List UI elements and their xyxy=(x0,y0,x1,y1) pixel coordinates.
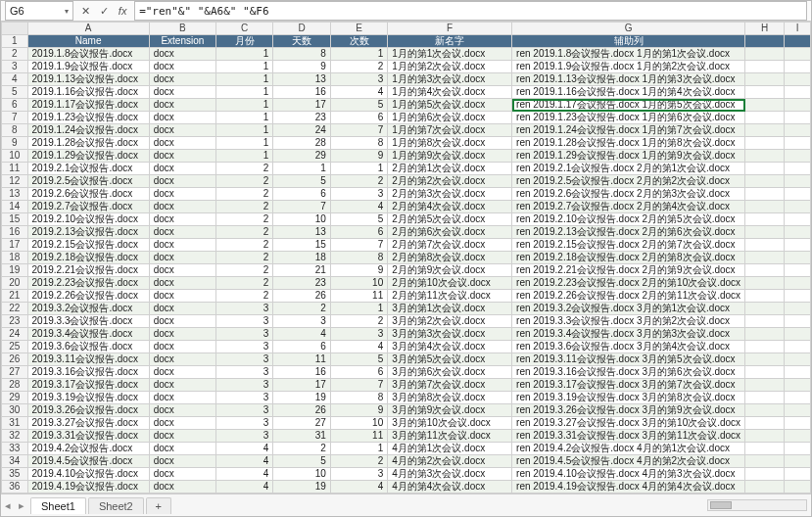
cell[interactable]: 7 xyxy=(330,124,387,137)
cell[interactable]: 2019.3.2会议报告.docx xyxy=(27,303,149,315)
cell[interactable]: docx xyxy=(149,455,215,468)
cell[interactable]: docx xyxy=(149,443,215,455)
cell[interactable]: 2 xyxy=(216,239,273,252)
cell[interactable]: 18 xyxy=(273,252,330,264)
cell[interactable] xyxy=(785,315,811,328)
row-header[interactable]: 1 xyxy=(2,35,28,48)
cell[interactable] xyxy=(745,188,785,201)
row-header[interactable]: 21 xyxy=(2,290,28,303)
cell[interactable]: 2月的第9次会议.docx xyxy=(388,264,512,277)
cell[interactable]: 28 xyxy=(273,137,330,150)
cell[interactable]: 4月的第3次会议.docx xyxy=(388,468,512,481)
cell[interactable] xyxy=(785,341,811,353)
select-all-corner[interactable] xyxy=(2,23,28,35)
cell[interactable]: 3 xyxy=(216,353,273,366)
cell[interactable]: ren 2019.3.19会议报告.docx 3月的第8次会议.docx xyxy=(512,392,745,404)
cell[interactable]: ren 2019.2.23会议报告.docx 2月的第10次会议.docx xyxy=(512,277,745,290)
cell[interactable]: 6 xyxy=(273,341,330,353)
cell[interactable]: ren 2019.2.26会议报告.docx 2月的第11次会议.docx xyxy=(512,290,745,303)
cell[interactable] xyxy=(785,48,811,61)
cell[interactable] xyxy=(785,290,811,303)
cell[interactable]: 3月的第3次会议.docx xyxy=(388,328,512,341)
cell[interactable]: docx xyxy=(149,468,215,481)
cell[interactable]: 2019.3.16会议报告.docx xyxy=(27,366,149,379)
cell[interactable]: docx xyxy=(149,328,215,341)
cell[interactable] xyxy=(745,264,785,277)
cell[interactable]: docx xyxy=(149,99,215,112)
cell[interactable] xyxy=(745,328,785,341)
cell[interactable]: 3 xyxy=(216,341,273,353)
cell[interactable]: 1 xyxy=(330,48,387,61)
cell[interactable]: docx xyxy=(149,137,215,150)
cell[interactable]: 1月的第8次会议.docx xyxy=(388,137,512,150)
cell[interactable] xyxy=(745,430,785,443)
cell[interactable]: 5 xyxy=(273,175,330,188)
cell[interactable]: docx xyxy=(149,290,215,303)
cell[interactable]: docx xyxy=(149,341,215,353)
header-cell[interactable]: 月份 xyxy=(216,35,273,48)
cell[interactable]: 23 xyxy=(273,277,330,290)
cell[interactable]: 10 xyxy=(273,468,330,481)
cell[interactable]: 2019.1.29会议报告.docx xyxy=(27,150,149,163)
cell[interactable]: 2019.1.23会议报告.docx xyxy=(27,112,149,124)
cell[interactable] xyxy=(745,175,785,188)
cell[interactable]: 29 xyxy=(273,150,330,163)
cell[interactable]: docx xyxy=(149,201,215,213)
cell[interactable]: 16 xyxy=(273,86,330,99)
cell[interactable]: 1 xyxy=(216,99,273,112)
cell[interactable]: docx xyxy=(149,481,215,494)
cell[interactable]: 2 xyxy=(216,213,273,226)
cell[interactable]: 2019.4.19会议报告.docx xyxy=(27,481,149,494)
cell[interactable]: 3 xyxy=(330,468,387,481)
cell[interactable]: 2 xyxy=(330,455,387,468)
cell[interactable]: docx xyxy=(149,150,215,163)
cell[interactable]: 1 xyxy=(216,150,273,163)
cell[interactable]: 2月的第5次会议.docx xyxy=(388,213,512,226)
cell[interactable]: 2 xyxy=(216,264,273,277)
cell[interactable]: 2019.4.5会议报告.docx xyxy=(27,455,149,468)
cell[interactable]: 1 xyxy=(330,163,387,175)
cell[interactable]: 1 xyxy=(273,163,330,175)
cell[interactable] xyxy=(785,73,811,86)
cell[interactable]: docx xyxy=(149,175,215,188)
cell[interactable]: 4 xyxy=(330,86,387,99)
cell[interactable]: 3月的第10次会议.docx xyxy=(388,417,512,430)
cell[interactable]: 4 xyxy=(216,455,273,468)
cell[interactable]: 2月的第6次会议.docx xyxy=(388,226,512,239)
cell[interactable]: 6 xyxy=(330,366,387,379)
cell[interactable]: docx xyxy=(149,239,215,252)
cell[interactable]: 4月的第4次会议.docx xyxy=(388,481,512,494)
cell[interactable]: ren 2019.2.18会议报告.docx 2月的第8次会议.docx xyxy=(512,252,745,264)
cell[interactable]: ren 2019.3.26会议报告.docx 3月的第9次会议.docx xyxy=(512,404,745,417)
cell[interactable] xyxy=(745,150,785,163)
cell[interactable]: 21 xyxy=(273,494,330,494)
cell[interactable]: ren 2019.1.17会议报告.docx 1月的第5次会议.docx xyxy=(512,99,745,112)
cell[interactable] xyxy=(785,213,811,226)
row-header[interactable]: 34 xyxy=(2,455,28,468)
cell[interactable]: ren 2019.3.4会议报告.docx 3月的第3次会议.docx xyxy=(512,328,745,341)
cell[interactable] xyxy=(785,328,811,341)
row-header[interactable]: 2 xyxy=(2,48,28,61)
cell[interactable]: 2019.3.27会议报告.docx xyxy=(27,417,149,430)
cell[interactable] xyxy=(785,175,811,188)
cell[interactable] xyxy=(785,494,811,494)
cell[interactable]: ren 2019.1.16会议报告.docx 1月的第4次会议.docx xyxy=(512,86,745,99)
cell[interactable] xyxy=(785,468,811,481)
cell[interactable]: 3 xyxy=(216,315,273,328)
cell[interactable] xyxy=(745,86,785,99)
row-header[interactable]: 36 xyxy=(2,481,28,494)
cell[interactable]: docx xyxy=(149,86,215,99)
cell[interactable]: 13 xyxy=(273,226,330,239)
cell[interactable] xyxy=(745,252,785,264)
cell[interactable]: 21 xyxy=(273,264,330,277)
cell[interactable]: 1 xyxy=(216,73,273,86)
cell[interactable]: 2019.2.21会议报告.docx xyxy=(27,264,149,277)
cell[interactable]: 2月的第8次会议.docx xyxy=(388,252,512,264)
cell[interactable]: 8 xyxy=(273,48,330,61)
cell[interactable]: docx xyxy=(149,112,215,124)
cell[interactable]: ren 2019.3.16会议报告.docx 3月的第6次会议.docx xyxy=(512,366,745,379)
row-header[interactable]: 30 xyxy=(2,404,28,417)
cell[interactable]: 2月的第11次会议.docx xyxy=(388,290,512,303)
cell[interactable]: 3 xyxy=(216,417,273,430)
cell[interactable]: 2019.1.9会议报告.docx xyxy=(27,61,149,73)
